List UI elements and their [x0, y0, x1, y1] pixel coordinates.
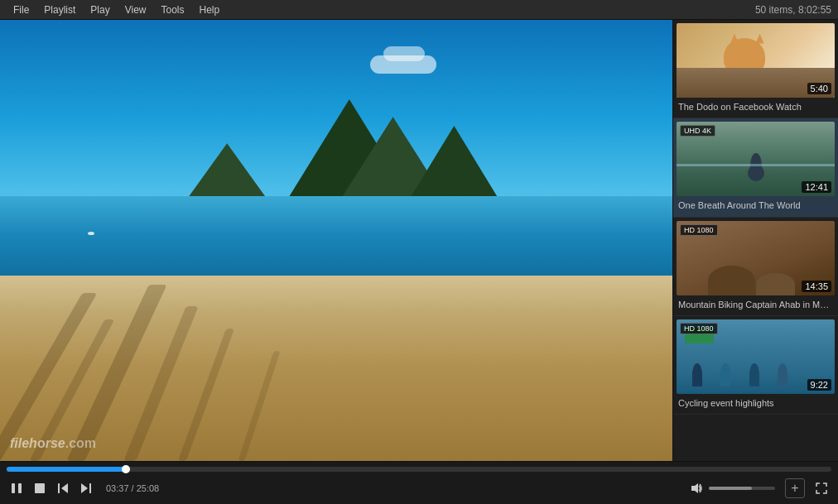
cloud-2 [383, 46, 425, 61]
item-title-3: Mountain Biking Captain Ahab in Moa... [677, 295, 835, 312]
controls-row: 03:37 / 25:08 + [0, 472, 838, 504]
playlist-item-4[interactable]: HD 1080 9:22 Cycling event highlights [673, 316, 838, 415]
thumbnail-2: UHD 4K 12:41 [677, 122, 835, 196]
boat [88, 232, 94, 235]
playlist-item-1[interactable]: 5:40 The Dodo on Facebook Watch [673, 20, 838, 118]
menu-playlist[interactable]: Playlist [37, 2, 82, 17]
menu-file[interactable]: File [7, 2, 36, 17]
svg-rect-13 [89, 483, 91, 493]
svg-marker-15 [691, 483, 698, 493]
thumbnail-4: HD 1080 9:22 [677, 319, 835, 394]
prev-button[interactable] [53, 478, 73, 498]
thumbnail-1: 5:40 [677, 23, 835, 98]
playlist-item-2[interactable]: UHD 4K 12:41 One Breath Around The World [673, 118, 838, 217]
water [0, 196, 672, 276]
duration-1: 5:40 [807, 83, 831, 94]
video-frame: filehorse.com [0, 20, 672, 461]
volume-container: + [686, 478, 831, 498]
menu-tools[interactable]: Tools [155, 2, 191, 17]
duration-4: 9:22 [807, 379, 831, 391]
badge-2: UHD 4K [680, 125, 715, 137]
badge-4: HD 1080 [680, 323, 718, 334]
stop-button[interactable] [30, 478, 50, 498]
svg-marker-12 [61, 483, 68, 493]
watermark: filehorse.com [10, 436, 96, 451]
svg-rect-8 [12, 483, 15, 493]
svg-marker-14 [81, 483, 88, 493]
thumbnail-3: HD 1080 14:35 [677, 221, 835, 295]
item-title-4: Cycling event highlights [677, 394, 835, 410]
badge-3: HD 1080 [680, 224, 718, 236]
menu-help[interactable]: Help [193, 2, 227, 17]
menubar-items: File Playlist Play View Tools Help [7, 2, 226, 17]
video-area[interactable]: filehorse.com [0, 20, 672, 461]
controls-bar: 03:37 / 25:08 + [0, 461, 838, 504]
progress-handle[interactable] [122, 465, 130, 473]
playlist-item-3[interactable]: HD 1080 14:35 Mountain Biking Captain Ah… [673, 218, 838, 316]
item-title-2: One Breath Around The World [677, 196, 835, 213]
menu-play[interactable]: Play [84, 2, 116, 17]
status-info: 50 items, 8:02:55 [755, 4, 831, 16]
main-content: filehorse.com 5:40 The Dodo on Face [0, 20, 838, 461]
volume-button[interactable] [686, 478, 706, 498]
item-title-1: The Dodo on Facebook Watch [677, 98, 835, 114]
svg-rect-9 [18, 483, 22, 493]
duration-3: 14:35 [802, 281, 831, 292]
fullscreen-button[interactable] [812, 478, 831, 498]
menu-view[interactable]: View [118, 2, 153, 17]
svg-rect-11 [58, 483, 60, 493]
duration-2: 12:41 [802, 181, 831, 193]
volume-slider[interactable] [709, 487, 775, 490]
next-button[interactable] [76, 478, 96, 498]
progress-bar[interactable] [7, 467, 831, 472]
add-button[interactable]: + [785, 478, 805, 498]
svg-rect-10 [35, 483, 45, 493]
progress-fill [7, 467, 126, 472]
sand [0, 276, 672, 461]
playlist-items: 5:40 The Dodo on Facebook Watch UHD 4K 1… [673, 20, 838, 461]
playlist-sidebar: 5:40 The Dodo on Facebook Watch UHD 4K 1… [672, 20, 838, 461]
pause-button[interactable] [7, 478, 26, 498]
menubar: File Playlist Play View Tools Help 50 it… [0, 0, 838, 20]
time-display: 03:37 / 25:08 [106, 483, 159, 493]
volume-fill [709, 487, 752, 490]
